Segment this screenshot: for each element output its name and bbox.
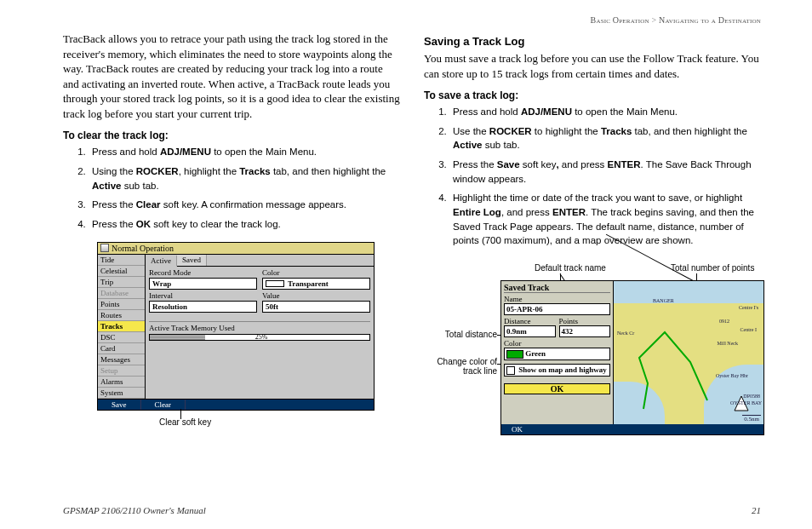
tracks-tabs: Active Saved — [146, 255, 374, 267]
step-item: Using the ROCKER, highlight the Tracks t… — [89, 164, 400, 193]
softkey-bar: Save Clear — [98, 399, 374, 410]
header-sep: > — [651, 15, 656, 25]
map-label: Centre I's — [739, 305, 758, 310]
sidebar-item: Database — [98, 288, 145, 299]
window-titlebar: Normal Operation — [98, 243, 374, 255]
softkey-ok[interactable]: OK — [501, 424, 533, 434]
field-record-mode[interactable]: Wrap — [149, 278, 257, 290]
page-footer: GPSMAP 2106/2110 Owner's Manual 21 — [63, 505, 761, 515]
memory-bar: 25% — [149, 334, 370, 341]
saving-track-heading: Saving a Track Log — [424, 35, 761, 48]
map-label: BANGER — [653, 298, 674, 303]
label-interval: Interval — [149, 291, 257, 300]
saving-intro: You must save a track log before you can… — [424, 51, 761, 81]
step-item: Press and hold ADJ/MENU to open the Main… — [89, 145, 400, 159]
map-label: Oyster Bay Hbr — [716, 373, 748, 378]
page-number: 21 — [752, 505, 761, 515]
field-value[interactable]: 50ft — [262, 301, 370, 313]
callout-text: Clear soft key — [159, 417, 211, 427]
color-swatch — [266, 280, 284, 287]
clear-track-heading: To clear the track log: — [63, 129, 400, 141]
app-icon — [100, 244, 109, 252]
field-distance: 0.9nm — [504, 325, 556, 337]
map-label: OYSTER BAY — [730, 400, 762, 405]
softkey-save[interactable]: Save — [98, 400, 141, 410]
sidebar-item: Setup — [98, 365, 145, 377]
field-show-on-map[interactable]: Show on map and highway — [504, 364, 610, 377]
color-swatch-icon — [506, 350, 523, 359]
ok-button[interactable]: OK — [504, 383, 610, 394]
map-label: DP0588 — [743, 394, 760, 399]
callout-total-distance: Total distance — [424, 330, 497, 339]
sidebar-item[interactable]: DSC — [98, 332, 145, 343]
intro-paragraph: TracBack allows you to retrace your path… — [63, 32, 400, 121]
sidebar-item[interactable]: Tide — [98, 255, 145, 266]
label-points: Points — [559, 317, 611, 325]
sidebar-item[interactable]: Points — [98, 299, 145, 310]
tab-saved[interactable]: Saved — [177, 255, 207, 266]
tab-active[interactable]: Active — [146, 256, 177, 267]
saved-track-figure: Default track name Total number of point… — [424, 263, 761, 468]
save-track-task-heading: To save a track log: — [424, 89, 761, 101]
window-title: Normal Operation — [112, 244, 174, 253]
clear-track-steps: Press and hold ADJ/MENU to open the Main… — [63, 145, 400, 231]
field-color[interactable]: Transparent — [262, 278, 370, 290]
checkbox-icon[interactable] — [506, 366, 515, 375]
memory-fill — [150, 335, 205, 340]
show-label: Show on map and highway — [518, 365, 607, 374]
tracks-body: Active Saved Record Mode Color Wrap — [146, 255, 374, 399]
tracks-window-figure: Normal Operation Tide Celestial Trip Dat… — [97, 242, 375, 427]
sidebar-item[interactable]: Trip — [98, 277, 145, 288]
color-value: Transparent — [288, 279, 329, 288]
panel-title: Saved Track — [504, 283, 610, 293]
map-label: Neck Cr — [617, 331, 634, 336]
step-item: Press and hold ADJ/MENU to open the Main… — [449, 105, 761, 119]
map-label: Centre I — [741, 327, 758, 332]
save-track-steps: Press and hold ADJ/MENU to open the Main… — [424, 105, 761, 248]
saved-track-window: Saved Track Name 05-APR-06 Distance 0.9n… — [500, 280, 764, 435]
left-column: TracBack allows you to retrace your path… — [63, 32, 400, 468]
callout-change-color: Change color of track line — [424, 357, 497, 376]
label-name: Name — [504, 295, 610, 303]
header-section: Basic Operation — [591, 15, 649, 25]
sidebar-menu: Tide Celestial Trip Database Points Rout… — [98, 255, 146, 399]
map-label: Mill Neck — [718, 341, 739, 346]
label-color: Color — [262, 268, 370, 277]
map-label: 0912 — [719, 319, 729, 324]
sidebar-item[interactable]: Card — [98, 343, 145, 354]
sidebar-item[interactable]: Messages — [98, 354, 145, 365]
map-overview: BANGER Centre I's Neck Cr Mill Neck Oyst… — [614, 281, 763, 424]
memory-label: Active Track Memory Used — [149, 321, 370, 332]
label-value: Value — [262, 291, 370, 300]
label-distance: Distance — [504, 317, 556, 325]
color-value: Green — [525, 349, 546, 358]
running-header: Basic Operation > Navigating to a Destin… — [63, 15, 761, 25]
step-item: Press the Save soft key, and press ENTER… — [449, 158, 761, 186]
field-color[interactable]: Green — [504, 348, 610, 360]
field-points: 432 — [559, 325, 611, 337]
map-scale: 0.5nm — [742, 415, 761, 423]
callout-default-name: Default track name — [535, 263, 606, 273]
label-record-mode: Record Mode — [149, 268, 257, 277]
step-item: Press the OK soft key to clear the track… — [89, 217, 400, 232]
softkey-clear[interactable]: Clear — [141, 400, 186, 410]
callout-clear-softkey: Clear soft key — [155, 417, 375, 427]
softkey-bar: OK — [501, 424, 763, 434]
memory-pct: 25% — [255, 333, 268, 341]
field-interval[interactable]: Resolution — [149, 301, 257, 313]
step-item: Press the Clear soft key. A confirmation… — [89, 198, 400, 212]
sidebar-item-tracks[interactable]: Tracks — [98, 321, 145, 332]
step-item: Use the ROCKER to highlight the Tracks t… — [449, 124, 761, 152]
field-name[interactable]: 05-APR-06 — [504, 303, 610, 315]
step-item: Highlight the time or date of the track … — [449, 191, 761, 248]
sidebar-item[interactable]: Celestial — [98, 266, 145, 277]
right-column: Saving a Track Log You must save a track… — [424, 32, 761, 468]
footer-title: GPSMAP 2106/2110 Owner's Manual — [63, 505, 206, 515]
saved-track-panel: Saved Track Name 05-APR-06 Distance 0.9n… — [501, 281, 614, 424]
header-subsection: Navigating to a Destination — [659, 15, 761, 25]
callout-total-points: Total number of points — [671, 263, 754, 273]
sidebar-item[interactable]: Routes — [98, 310, 145, 321]
sidebar-item[interactable]: Alarms — [98, 377, 145, 388]
label-color: Color — [504, 339, 610, 348]
sidebar-item[interactable]: System — [98, 388, 145, 399]
